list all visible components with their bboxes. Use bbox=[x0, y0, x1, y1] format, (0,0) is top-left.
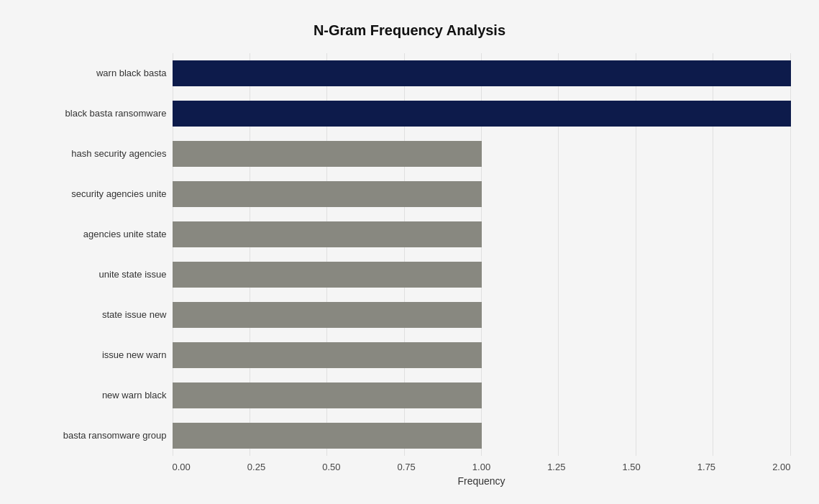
bar-4 bbox=[173, 221, 482, 247]
bar-row-1 bbox=[173, 97, 791, 130]
bar-row-2 bbox=[173, 137, 791, 170]
y-label-2: hash security agencies bbox=[71, 149, 166, 158]
bar-row-3 bbox=[173, 178, 791, 211]
bar-3 bbox=[173, 181, 482, 207]
y-label-6: state issue new bbox=[102, 310, 167, 319]
bar-9 bbox=[173, 423, 482, 449]
y-label-1: black basta ransomware bbox=[65, 109, 167, 118]
x-tick-4: 1.00 bbox=[472, 462, 490, 472]
x-tick-3: 0.75 bbox=[397, 462, 415, 472]
x-axis-label: Frequency bbox=[173, 475, 791, 487]
chart-container: N-Gram Frequency Analysis warn black bas… bbox=[14, 8, 805, 497]
bar-2 bbox=[173, 141, 482, 167]
x-tick-6: 1.50 bbox=[622, 462, 640, 472]
y-label-9: basta ransomware group bbox=[63, 431, 167, 440]
bar-7 bbox=[173, 342, 482, 368]
bar-row-6 bbox=[173, 298, 791, 331]
x-tick-2: 0.50 bbox=[322, 462, 340, 472]
bar-row-8 bbox=[173, 379, 791, 412]
chart-title: N-Gram Frequency Analysis bbox=[29, 22, 791, 39]
plot-area bbox=[173, 53, 791, 456]
y-label-5: unite state issue bbox=[99, 270, 167, 279]
x-tick-1: 0.25 bbox=[247, 462, 265, 472]
y-label-7: issue new warn bbox=[102, 350, 167, 359]
bar-row-0 bbox=[173, 57, 791, 90]
y-label-3: security agencies unite bbox=[71, 189, 166, 198]
bar-row-9 bbox=[173, 419, 791, 452]
bar-6 bbox=[173, 302, 482, 328]
bar-row-7 bbox=[173, 339, 791, 372]
bar-row-5 bbox=[173, 258, 791, 291]
x-tick-0: 0.00 bbox=[173, 462, 191, 472]
x-tick-7: 1.75 bbox=[697, 462, 715, 472]
y-label-4: agencies unite state bbox=[83, 229, 167, 239]
bar-row-4 bbox=[173, 218, 791, 251]
chart-area: warn black bastablack basta ransomwareha… bbox=[29, 53, 791, 456]
bar-8 bbox=[173, 382, 482, 408]
x-axis: 0.000.250.500.751.001.251.501.752.00 bbox=[173, 456, 791, 472]
bar-5 bbox=[173, 262, 482, 288]
x-tick-8: 2.00 bbox=[772, 462, 790, 472]
bar-1 bbox=[173, 101, 791, 127]
x-tick-5: 1.25 bbox=[547, 462, 565, 472]
y-label-0: warn black basta bbox=[96, 68, 167, 78]
y-label-8: new warn black bbox=[102, 390, 167, 400]
y-labels: warn black bastablack basta ransomwareha… bbox=[29, 53, 173, 456]
bar-0 bbox=[173, 60, 791, 86]
